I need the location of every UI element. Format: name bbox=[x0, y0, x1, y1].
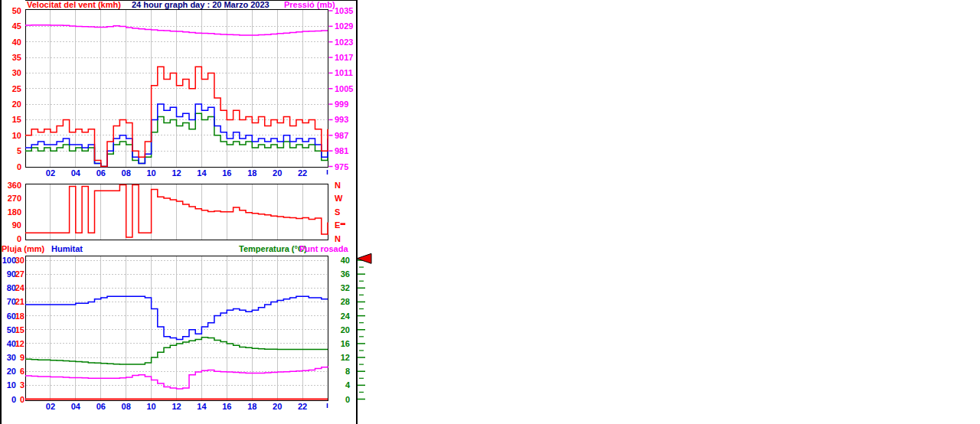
wind-left-tick: 15 bbox=[0, 116, 21, 124]
current-direction-marker bbox=[341, 223, 346, 225]
hour-tick-bottom: 04 bbox=[70, 403, 82, 411]
hour-tick-bottom: 06 bbox=[95, 403, 107, 411]
hour-tick-top: 04 bbox=[70, 169, 82, 178]
direction-right-tick: S bbox=[335, 208, 340, 217]
rain-left-tick: 6 bbox=[0, 367, 24, 376]
wind-left-tick: 35 bbox=[0, 54, 21, 62]
temperature-right-tick: 4 bbox=[329, 381, 350, 390]
wind-left-tick: 10 bbox=[0, 132, 21, 140]
rain-left-tick: 24 bbox=[0, 284, 24, 292]
temperature-right-tick: 32 bbox=[329, 284, 350, 292]
rain-left-tick: 30 bbox=[0, 256, 24, 265]
temperature-right-tick: 40 bbox=[329, 256, 350, 265]
wind-left-tick: 20 bbox=[0, 100, 21, 109]
hour-tick-top: 18 bbox=[246, 169, 258, 178]
temperature-right-tick: 12 bbox=[329, 354, 350, 362]
rain-left-tick: 0 bbox=[0, 396, 24, 404]
hour-tick-top: 06 bbox=[95, 169, 107, 178]
direction-right-tick: E bbox=[335, 221, 340, 230]
hour-tick-bottom: 16 bbox=[220, 403, 233, 411]
hour-tick-top: 16 bbox=[220, 169, 233, 178]
hour-tick-bottom: 18 bbox=[246, 403, 258, 411]
pressure-right-tick: 1035 bbox=[335, 7, 353, 15]
hour-tick-top: 14 bbox=[195, 169, 207, 178]
hour-tick-top: 12 bbox=[171, 169, 183, 178]
direction-left-tick: 90 bbox=[0, 221, 21, 230]
hour-tick-bottom: 14 bbox=[195, 403, 207, 411]
temperature-right-tick: 16 bbox=[329, 340, 350, 348]
pressure-right-tick: 1029 bbox=[335, 22, 353, 31]
pressure-right-tick: 993 bbox=[335, 116, 348, 124]
direction-right-tick: W bbox=[335, 194, 342, 203]
pressure-right-tick: 981 bbox=[335, 147, 348, 155]
hour-tick-top: 22 bbox=[296, 169, 309, 178]
temperature-right-tick: 24 bbox=[329, 312, 350, 321]
wind-left-tick: 40 bbox=[0, 38, 21, 47]
rain-left-tick: 15 bbox=[0, 326, 24, 334]
direction-right-tick: N bbox=[335, 235, 341, 243]
hour-tick-bottom: 12 bbox=[171, 403, 183, 411]
temperature-right-tick: 36 bbox=[329, 270, 350, 279]
hour-tick-top: 08 bbox=[120, 169, 132, 178]
wind-left-tick: 50 bbox=[0, 7, 21, 15]
wind-left-tick: 45 bbox=[0, 22, 21, 31]
temperature-right-tick: 28 bbox=[329, 298, 350, 306]
wind-left-tick: 25 bbox=[0, 85, 21, 93]
rain-left-tick: 3 bbox=[0, 381, 24, 390]
rain-left-tick: 18 bbox=[0, 312, 24, 321]
direction-left-tick: 0 bbox=[0, 235, 21, 243]
pressure-right-tick: 975 bbox=[335, 163, 348, 171]
pressure-right-tick: 1005 bbox=[335, 85, 353, 93]
temperature-right-tick: 20 bbox=[329, 326, 350, 334]
pressure-right-tick: 999 bbox=[335, 100, 348, 109]
wind-left-tick: 30 bbox=[0, 69, 21, 77]
wind-left-tick: 0 bbox=[0, 163, 21, 171]
hour-tick-bottom: 02 bbox=[44, 403, 57, 411]
hour-tick-bottom: 22 bbox=[296, 403, 309, 411]
rain-left-tick: 27 bbox=[0, 270, 24, 279]
rain-left-tick: 9 bbox=[0, 354, 24, 362]
rain-left-tick: 21 bbox=[0, 298, 24, 306]
charts-canvas bbox=[0, 0, 980, 424]
hour-tick-bottom: 08 bbox=[120, 403, 132, 411]
pressure-right-tick: 1023 bbox=[335, 38, 353, 47]
hour-tick-bottom: 10 bbox=[145, 403, 158, 411]
pressure-right-tick: 1017 bbox=[335, 54, 353, 62]
hour-tick-bottom: 20 bbox=[271, 403, 283, 411]
hour-tick-top: 20 bbox=[271, 169, 283, 178]
direction-right-tick: N bbox=[335, 181, 341, 190]
direction-left-tick: 270 bbox=[0, 194, 21, 203]
hour-tick-top: 10 bbox=[145, 169, 158, 178]
wind-left-tick: 5 bbox=[0, 147, 21, 155]
temperature-right-tick: 8 bbox=[329, 367, 350, 376]
hour-tick-top: 02 bbox=[44, 169, 57, 178]
current-level-arrow-icon bbox=[357, 253, 371, 263]
rain-left-tick: 12 bbox=[0, 340, 24, 348]
weather-graph-window: Velocitat del vent (kmh) 24 hour graph d… bbox=[0, 0, 980, 424]
direction-left-tick: 180 bbox=[0, 208, 21, 217]
pressure-right-tick: 987 bbox=[335, 132, 348, 140]
direction-left-tick: 360 bbox=[0, 181, 21, 190]
pressure-right-tick: 1011 bbox=[335, 69, 353, 77]
temperature-right-tick: 0 bbox=[329, 396, 350, 404]
